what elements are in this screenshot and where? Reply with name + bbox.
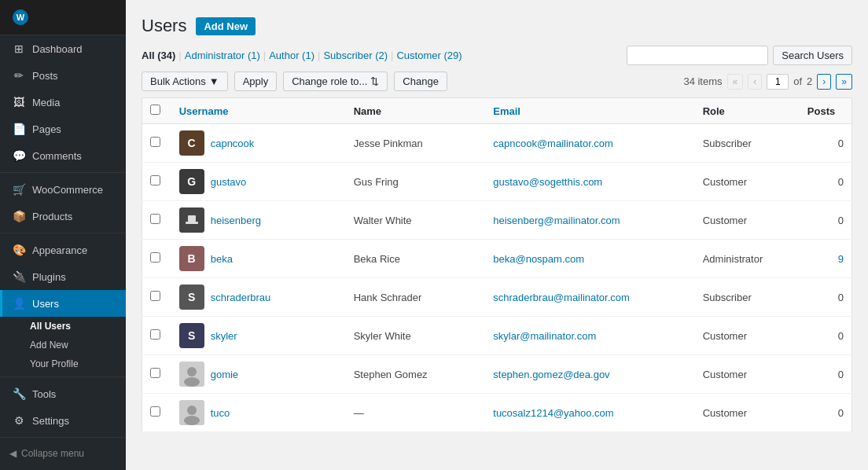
user-role: Customer [695, 394, 800, 432]
header-username[interactable]: Username [171, 98, 346, 124]
user-email[interactable]: capncook@mailinator.com [493, 138, 613, 149]
user-name: Hank Schrader [346, 278, 486, 317]
user-posts: 0 [800, 201, 852, 240]
sidebar-sub-your-profile[interactable]: Your Profile [0, 354, 126, 373]
row-checkbox[interactable] [150, 406, 160, 417]
search-users-button[interactable]: Search Users [773, 46, 852, 65]
username-link[interactable]: gustavo [211, 176, 247, 188]
username-link[interactable]: tuco [211, 407, 230, 419]
svg-point-8 [184, 416, 200, 425]
svg-point-4 [187, 367, 197, 376]
settings-icon: ⚙ [12, 414, 26, 427]
action-bar: Bulk Actions ▼ Apply Change role to... ⇅… [142, 72, 852, 91]
user-email[interactable]: skylar@mailinator.com [493, 330, 596, 342]
page-header: Users Add New [142, 16, 852, 36]
filter-author[interactable]: Author (1) [269, 50, 314, 61]
user-posts[interactable]: 9 [800, 240, 852, 278]
username-link[interactable]: beka [211, 253, 233, 265]
page-input[interactable] [767, 74, 789, 90]
page-of: of [793, 75, 802, 87]
user-email[interactable]: heisenberg@mailinator.com [493, 215, 620, 226]
username-link[interactable]: capncook [211, 138, 255, 149]
collapse-label: Collapse menu [21, 448, 84, 459]
user-role: Customer [695, 317, 800, 355]
apply-button[interactable]: Apply [234, 72, 278, 91]
user-avatar [179, 207, 204, 233]
filter-administrator[interactable]: Administrator (1) [185, 50, 260, 61]
user-role: Administrator [695, 240, 800, 278]
sidebar-item-media[interactable]: 🖼 Media [0, 89, 126, 116]
user-posts: 0 [800, 163, 852, 201]
collapse-menu-button[interactable]: ◀ Collapse menu [0, 441, 126, 466]
username-link[interactable]: skyler [211, 330, 237, 342]
comments-icon: 💬 [12, 149, 26, 162]
tools-icon: 🔧 [12, 387, 26, 400]
filter-customer[interactable]: Customer (29) [396, 50, 462, 61]
plugins-icon: 🔌 [12, 270, 26, 283]
user-posts: 0 [800, 317, 852, 355]
user-email[interactable]: stephen.gomez@dea.gov [493, 369, 609, 380]
sidebar-item-label: Tools [32, 388, 56, 400]
collapse-icon: ◀ [9, 448, 17, 459]
user-name: Skyler White [346, 317, 486, 355]
wp-logo: W [13, 9, 28, 25]
page-prev-button[interactable]: ‹ [748, 74, 762, 90]
row-checkbox[interactable] [150, 368, 160, 378]
row-checkbox[interactable] [150, 329, 160, 340]
add-new-button[interactable]: Add New [196, 17, 256, 35]
sidebar-item-settings[interactable]: ⚙ Settings [0, 407, 126, 434]
sidebar-item-dashboard[interactable]: ⊞ Dashboard [0, 35, 126, 62]
page-title: Users [142, 16, 186, 36]
row-checkbox[interactable] [150, 252, 160, 263]
sidebar-item-woocommerce[interactable]: 🛒 WooCommerce [0, 176, 126, 203]
user-email[interactable]: gustavo@sogetthis.com [493, 176, 602, 188]
bulk-actions-dropdown[interactable]: Bulk Actions ▼ [142, 72, 228, 91]
user-email[interactable]: schraderbrau@mailinator.com [493, 292, 630, 303]
sidebar-item-label: WooCommerce [32, 184, 103, 196]
sidebar-item-pages[interactable]: 📄 Pages [0, 116, 126, 142]
page-first-button[interactable]: « [727, 74, 744, 90]
page-last-button[interactable]: » [836, 74, 852, 90]
change-role-dropdown[interactable]: Change role to... ⇅ [283, 72, 388, 91]
user-posts: 0 [800, 278, 852, 317]
users-table: Username Name Email Role Posts Ccapncook… [142, 97, 852, 432]
sidebar-item-comments[interactable]: 💬 Comments [0, 142, 126, 169]
sidebar-item-products[interactable]: 📦 Products [0, 203, 126, 229]
sidebar-item-plugins[interactable]: 🔌 Plugins [0, 263, 126, 290]
search-input[interactable] [627, 46, 768, 65]
dashboard-icon: ⊞ [12, 42, 26, 55]
header-posts: Posts [800, 98, 852, 124]
filter-all[interactable]: All (34) [142, 50, 175, 61]
user-role: Customer [695, 201, 800, 240]
row-checkbox[interactable] [150, 175, 160, 185]
username-link[interactable]: heisenberg [211, 215, 261, 226]
sidebar-item-users[interactable]: 👤 Users [0, 290, 126, 317]
page-next-button[interactable]: › [817, 74, 831, 90]
username-link[interactable]: schraderbrau [211, 292, 271, 303]
sidebar-item-appearance[interactable]: 🎨 Appearance [0, 237, 126, 263]
sidebar-sub-add-new[interactable]: Add New [0, 336, 126, 354]
header-email[interactable]: Email [485, 98, 694, 124]
sidebar-item-label: Dashboard [32, 43, 83, 55]
user-name: — [346, 394, 486, 432]
row-checkbox[interactable] [150, 137, 160, 147]
main-content: Users Add New All (34) | Administrator (… [126, 0, 868, 470]
user-email[interactable]: tucosalz1214@yahoo.com [493, 407, 613, 419]
appearance-icon: 🎨 [12, 244, 26, 256]
user-email[interactable]: beka@nospam.com [493, 253, 584, 265]
user-posts: 0 [800, 355, 852, 394]
select-all-checkbox[interactable] [150, 105, 160, 115]
row-checkbox[interactable] [150, 214, 160, 224]
row-checkbox[interactable] [150, 291, 160, 301]
action-bar-right: 34 items « ‹ of 2 › » [683, 74, 852, 90]
change-role-icon: ⇅ [370, 75, 379, 87]
sidebar-item-posts[interactable]: ✏ Posts [0, 62, 126, 89]
sidebar-item-tools[interactable]: 🔧 Tools [0, 380, 126, 407]
sidebar-item-label: Media [32, 97, 60, 108]
change-button[interactable]: Change [394, 72, 447, 91]
sidebar-sub-all-users[interactable]: All Users [0, 317, 126, 336]
sidebar-item-label: Settings [32, 415, 69, 427]
users-icon: 👤 [12, 297, 26, 310]
filter-subscriber[interactable]: Subscriber (2) [323, 50, 388, 61]
username-link[interactable]: gomie [211, 369, 238, 380]
